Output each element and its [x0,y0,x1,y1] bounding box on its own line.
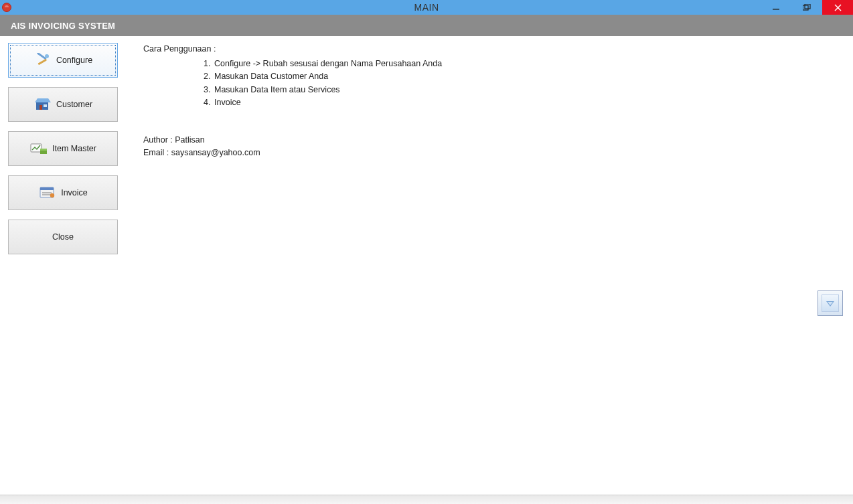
content-area: Cara Penggunaan : Configure -> Rubah ses… [126,36,853,495]
sidebar: Configure Customer [0,36,126,495]
tools-icon [33,52,52,68]
svg-rect-16 [40,187,54,190]
svg-rect-0 [773,9,779,10]
svg-marker-9 [35,98,51,102]
app-header: AIS INVOICING SYSTEM [0,15,853,36]
svg-rect-2 [805,4,810,9]
configure-button[interactable]: Configure [8,43,118,78]
body: Configure Customer [0,36,853,495]
statusbar [0,495,853,504]
email-line: Email : saysansay@yahoo.com [143,147,840,159]
minimize-icon [773,4,779,11]
maximize-icon [803,4,811,11]
svg-rect-14 [40,149,47,151]
customer-button[interactable]: Customer [8,87,118,122]
usage-steps: Configure -> Rubah sesusai dengan Nama P… [143,58,840,110]
usage-step: Configure -> Rubah sesusai dengan Nama P… [213,58,840,70]
box-chart-icon [29,141,48,157]
usage-step: Invoice [213,96,840,109]
nav-label: Configure [56,56,92,65]
svg-point-19 [50,193,54,197]
app-icon [2,3,11,12]
nav-label: Item Master [52,144,96,153]
nav-label: Customer [56,100,92,109]
invoice-icon [38,185,57,201]
author-line: Author : Patlisan [143,134,840,147]
close-icon [834,4,842,11]
svg-point-7 [45,54,49,58]
window-title: MAIN [0,2,853,13]
nav-label: Close [52,232,74,242]
close-button[interactable]: Close [8,220,118,254]
maximize-button[interactable] [791,0,822,15]
svg-rect-1 [803,5,808,10]
arrow-down-icon [822,295,839,312]
minimize-button[interactable] [761,0,791,15]
svg-rect-11 [44,104,47,107]
svg-rect-10 [40,105,42,110]
window-controls [761,0,853,15]
item-master-button[interactable]: Item Master [8,131,118,166]
nav-label: Invoice [61,188,88,197]
invoice-button[interactable]: Invoice [8,175,118,210]
app-header-title: AIS INVOICING SYSTEM [11,21,115,31]
main-window: MAIN AIS INVOICING SYSTEM [0,0,853,504]
shop-icon [33,96,52,112]
usage-step: Masukan Data Item atau Services [213,84,840,96]
scroll-down-button[interactable] [818,290,843,316]
usage-heading: Cara Penggunaan : [143,44,840,54]
usage-step: Masukan Data Customer Anda [213,70,840,83]
close-window-button[interactable] [822,0,853,15]
titlebar: MAIN [0,0,853,15]
svg-rect-6 [37,59,47,66]
